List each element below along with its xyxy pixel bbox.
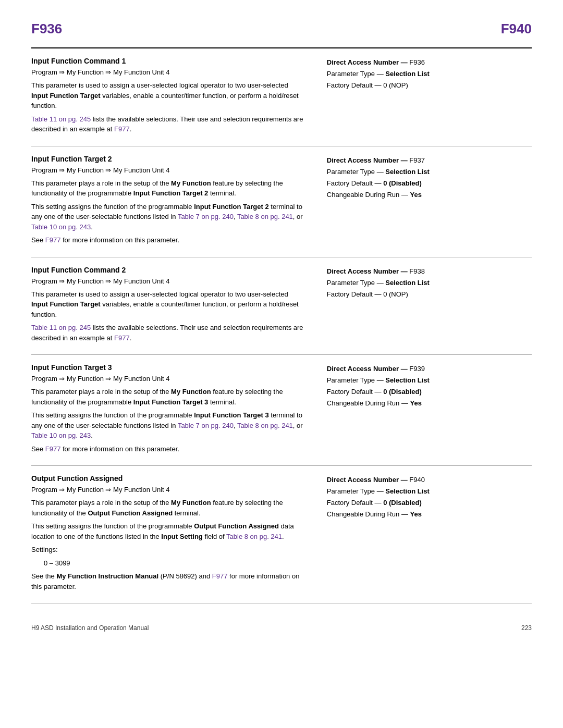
meta-type-s3: Parameter Type — Selection List	[327, 277, 532, 289]
body-para-0: This parameter plays a role in the setup…	[31, 178, 306, 199]
body-para-1: Table 11 on pg. 245 lists the available …	[31, 114, 306, 134]
meta-default-s1: Factory Default — 0 (NOP)	[327, 80, 532, 91]
section-title-s5: Output Function Assigned	[31, 474, 306, 483]
meta-type-s4: Parameter Type — Selection List	[327, 375, 532, 386]
sections-container: Input Function Command 1Program ⇒ My Fun…	[31, 48, 532, 603]
section-path-s1: Program ⇒ My Function ⇒ My Function Unit…	[31, 68, 306, 76]
meta-access-s4: Direct Access Number — F939	[327, 363, 532, 375]
meta-changeable-s5: Changeable During Run — Yes	[327, 509, 532, 520]
section-s4: Input Function Target 3Program ⇒ My Func…	[31, 355, 532, 466]
body-para-2: See F977 for more information on this pa…	[31, 235, 306, 245]
body-para-2: Settings:	[31, 545, 306, 555]
meta-access-s5: Direct Access Number — F940	[327, 474, 532, 486]
body-para-2: See F977 for more information on this pa…	[31, 444, 306, 454]
section-left-s1: Input Function Command 1Program ⇒ My Fun…	[31, 57, 322, 138]
section-left-s4: Input Function Target 3Program ⇒ My Func…	[31, 363, 322, 457]
body-para-0: This parameter plays a role in the setup…	[31, 498, 306, 518]
footer-right: 223	[521, 624, 532, 632]
section-body-s4: This parameter plays a role in the setup…	[31, 387, 306, 454]
meta-access-s3: Direct Access Number — F938	[327, 266, 532, 277]
meta-type-s2: Parameter Type — Selection List	[327, 166, 532, 178]
body-para-1: This setting assigns the function of the…	[31, 202, 306, 232]
section-s1: Input Function Command 1Program ⇒ My Fun…	[31, 48, 532, 146]
section-right-s1: Direct Access Number — F936Parameter Typ…	[322, 57, 532, 138]
section-title-s4: Input Function Target 3	[31, 363, 306, 372]
section-s5: Output Function AssignedProgram ⇒ My Fun…	[31, 466, 532, 603]
section-right-s2: Direct Access Number — F937Parameter Typ…	[322, 155, 532, 249]
section-right-s4: Direct Access Number — F939Parameter Typ…	[322, 363, 532, 457]
meta-default-s4: Factory Default — 0 (Disabled)	[327, 386, 532, 398]
section-title-s3: Input Function Command 2	[31, 266, 306, 274]
section-title-s2: Input Function Target 2	[31, 155, 306, 163]
section-left-s2: Input Function Target 2Program ⇒ My Func…	[31, 155, 322, 249]
section-path-s4: Program ⇒ My Function ⇒ My Function Unit…	[31, 375, 306, 382]
body-para-1: This setting assigns the function of the…	[31, 521, 306, 541]
body-para-0: This parameter is used to assign a user-…	[31, 80, 306, 111]
section-path-s3: Program ⇒ My Function ⇒ My Function Unit…	[31, 277, 306, 285]
section-path-s2: Program ⇒ My Function ⇒ My Function Unit…	[31, 166, 306, 174]
section-path-s5: Program ⇒ My Function ⇒ My Function Unit…	[31, 486, 306, 493]
meta-default-s3: Factory Default — 0 (NOP)	[327, 289, 532, 300]
page-footer: H9 ASD Installation and Operation Manual…	[31, 624, 532, 632]
body-para-4: See the My Function Instruction Manual (…	[31, 571, 306, 591]
section-s3: Input Function Command 2Program ⇒ My Fun…	[31, 257, 532, 355]
section-right-s5: Direct Access Number — F940Parameter Typ…	[322, 474, 532, 595]
body-para-1: This setting assigns the function of the…	[31, 410, 306, 441]
section-left-s5: Output Function AssignedProgram ⇒ My Fun…	[31, 474, 322, 595]
meta-access-s2: Direct Access Number — F937	[327, 155, 532, 166]
body-para-1: Table 11 on pg. 245 lists the available …	[31, 323, 306, 343]
meta-access-s1: Direct Access Number — F936	[327, 57, 532, 68]
page-header: F936 F940	[31, 21, 532, 37]
section-body-s1: This parameter is used to assign a user-…	[31, 80, 306, 134]
meta-default-s2: Factory Default — 0 (Disabled)	[327, 178, 532, 189]
body-para-0: This parameter is used to assign a user-…	[31, 289, 306, 320]
section-body-s5: This parameter plays a role in the setup…	[31, 498, 306, 591]
section-title-s1: Input Function Command 1	[31, 57, 306, 65]
body-para-0: This parameter plays a role in the setup…	[31, 387, 306, 407]
meta-changeable-s4: Changeable During Run — Yes	[327, 398, 532, 409]
section-right-s3: Direct Access Number — F938Parameter Typ…	[322, 266, 532, 347]
meta-type-s1: Parameter Type — Selection List	[327, 68, 532, 80]
header-right: F940	[501, 21, 532, 37]
footer-left: H9 ASD Installation and Operation Manual	[31, 624, 149, 632]
section-left-s3: Input Function Command 2Program ⇒ My Fun…	[31, 266, 322, 347]
header-left: F936	[31, 21, 62, 37]
meta-changeable-s2: Changeable During Run — Yes	[327, 189, 532, 201]
body-para-3: 0 – 3099	[44, 558, 306, 569]
section-body-s3: This parameter is used to assign a user-…	[31, 289, 306, 343]
section-body-s2: This parameter plays a role in the setup…	[31, 178, 306, 245]
meta-default-s5: Factory Default — 0 (Disabled)	[327, 497, 532, 509]
section-s2: Input Function Target 2Program ⇒ My Func…	[31, 146, 532, 257]
meta-type-s5: Parameter Type — Selection List	[327, 486, 532, 497]
